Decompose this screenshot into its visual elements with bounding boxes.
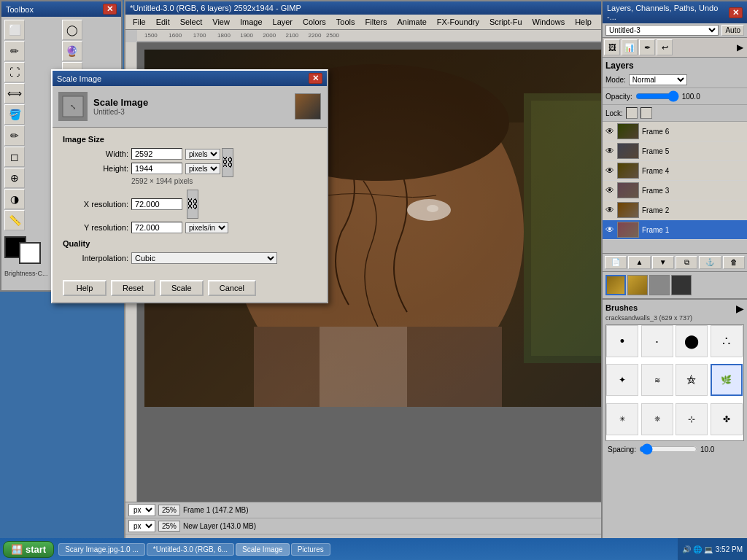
auto-btn[interactable]: Auto	[721, 25, 744, 36]
anchor-layer-btn[interactable]: ⚓	[699, 256, 721, 269]
scale-dialog-heading: Scale Image	[93, 97, 148, 108]
menu-item-windows[interactable]: Windows	[528, 16, 570, 28]
x-res-input[interactable]	[131, 198, 182, 210]
menu-item-layer[interactable]: Layer	[268, 16, 298, 28]
brushes-menu-btn[interactable]: ▶	[736, 303, 744, 314]
layer-item-frame-2[interactable]: 👁 Frame 2	[603, 201, 747, 220]
raise-layer-btn[interactable]: ▲	[628, 256, 650, 269]
brush-item-5[interactable]: ✦	[606, 364, 638, 396]
menu-item-select[interactable]: Select	[176, 16, 207, 28]
layer-item-frame-6[interactable]: 👁 Frame 6	[603, 122, 747, 141]
brush-item-3[interactable]: ⬤	[676, 325, 708, 357]
brush-item-10[interactable]: ❈	[641, 403, 673, 435]
tool-measure[interactable]: 📏	[4, 210, 25, 230]
tool-rect-select[interactable]: ⬜	[4, 20, 25, 40]
mode-select[interactable]: Normal	[629, 74, 687, 85]
spacing-slider[interactable]	[639, 443, 697, 455]
background-color[interactable]	[19, 242, 41, 264]
tool-clone[interactable]: ⊕	[4, 168, 25, 188]
tool-fuzzy-select[interactable]: 🔮	[62, 41, 82, 61]
menu-item-script-fu[interactable]: Script-Fu	[485, 16, 527, 28]
brush-item-2[interactable]: ·	[641, 325, 673, 357]
brush-item-4[interactable]: ∴	[711, 325, 743, 357]
layer-visibility-3[interactable]: 👁	[605, 185, 614, 195]
menu-item-help[interactable]: Help	[570, 16, 596, 28]
tool-dodge[interactable]: ◑	[4, 189, 25, 209]
tool-lasso[interactable]: ✏	[4, 41, 25, 61]
menu-item-file[interactable]: File	[128, 16, 150, 28]
help-button[interactable]: Help	[63, 280, 107, 296]
taskbar-item-1[interactable]: *Untitled-3.0 (RGB, 6...	[147, 543, 234, 556]
brush-item-7[interactable]: ⛤	[676, 364, 708, 396]
menu-item-filters[interactable]: Filters	[361, 16, 392, 28]
scale-dialog-close[interactable]: ✕	[309, 73, 322, 84]
layer-visibility-0[interactable]: 👁	[605, 126, 614, 136]
height-unit-select[interactable]: pixels	[185, 163, 220, 174]
tab-layers-icon[interactable]: 🖼	[604, 39, 620, 55]
menu-item-fx-foundry[interactable]: FX-Foundry	[433, 16, 484, 28]
width-input[interactable]	[131, 148, 182, 160]
y-res-input[interactable]	[131, 222, 182, 233]
width-unit-select[interactable]: pixels	[185, 149, 220, 160]
pattern-swatch-4[interactable]	[671, 275, 692, 295]
brush-item-6[interactable]: ≋	[641, 364, 673, 396]
menu-item-edit[interactable]: Edit	[152, 16, 174, 28]
unit-select-1[interactable]: px	[128, 504, 155, 516]
chain-link[interactable]: ⛓	[222, 148, 233, 177]
menu-item-tools[interactable]: Tools	[332, 16, 360, 28]
layer-visibility-2[interactable]: 👁	[605, 166, 614, 176]
taskbar-item-0[interactable]: Scary Image.jpg-1.0 ...	[58, 543, 145, 556]
cancel-button[interactable]: Cancel	[208, 280, 256, 296]
scale-button[interactable]: Scale	[160, 280, 204, 296]
panel-menu-btn[interactable]: ▶	[734, 39, 746, 55]
layer-item-frame-5[interactable]: 👁 Frame 5	[603, 141, 747, 161]
tool-crop[interactable]: ⛶	[4, 62, 25, 82]
layer-item-frame-4[interactable]: 👁 Frame 4	[603, 161, 747, 181]
tool-bucket-fill[interactable]: 🪣	[4, 104, 25, 125]
tool-eraser[interactable]: ◻	[4, 147, 25, 167]
lower-layer-btn[interactable]: ▼	[652, 256, 674, 269]
image-select[interactable]: Untitled-3	[605, 25, 719, 36]
reset-button[interactable]: Reset	[111, 280, 155, 296]
tool-flip[interactable]: ⟺	[4, 83, 25, 104]
lock-paint-btn[interactable]	[640, 107, 652, 119]
start-button[interactable]: 🪟 start	[3, 541, 54, 558]
tab-paths-icon[interactable]: ✒	[639, 39, 655, 55]
tab-channels-icon[interactable]: 📊	[622, 39, 638, 55]
menu-item-animate[interactable]: Animate	[392, 16, 430, 28]
pattern-swatch-2[interactable]	[627, 275, 648, 295]
opacity-slider[interactable]	[635, 90, 679, 102]
tool-ellipse-select[interactable]: ◯	[62, 20, 82, 40]
pattern-swatch-1[interactable]	[605, 275, 626, 295]
res-unit-select[interactable]: pixels/in	[185, 222, 228, 233]
new-layer-btn[interactable]: 📄	[605, 256, 627, 269]
res-chain-link[interactable]: ⛓	[187, 190, 198, 219]
interp-select[interactable]: Cubic Linear None	[131, 252, 277, 264]
menu-item-view[interactable]: View	[208, 16, 234, 28]
brush-item-11[interactable]: ⊹	[676, 403, 708, 435]
brush-item-1[interactable]: •	[606, 325, 638, 357]
menu-item-image[interactable]: Image	[236, 16, 267, 28]
layer-visibility-5[interactable]: 👁	[605, 225, 614, 235]
layer-item-frame-3[interactable]: 👁 Frame 3	[603, 181, 747, 201]
brush-item-12[interactable]: ✤	[711, 403, 743, 435]
layer-item-frame-1[interactable]: 👁 Frame 1	[603, 220, 747, 240]
height-input[interactable]	[131, 163, 182, 174]
brush-item-8[interactable]: 🌿	[711, 364, 743, 396]
unit-select-2[interactable]: px	[128, 520, 155, 532]
layers-close-btn[interactable]: ✕	[729, 7, 743, 18]
taskbar-item-3[interactable]: Pictures	[291, 543, 330, 556]
duplicate-layer-btn[interactable]: ⧉	[676, 256, 697, 269]
layer-thumb-4	[617, 202, 639, 218]
tab-undo-icon[interactable]: ↩	[657, 39, 673, 55]
menu-item-colors[interactable]: Colors	[298, 16, 330, 28]
tool-pencil[interactable]: ✏	[4, 125, 25, 146]
delete-layer-btn[interactable]: 🗑	[723, 256, 745, 269]
pattern-swatch-3[interactable]	[649, 275, 670, 295]
lock-alpha-btn[interactable]	[626, 107, 638, 119]
toolbox-close-btn[interactable]: ✕	[103, 4, 117, 15]
layer-visibility-4[interactable]: 👁	[605, 205, 614, 215]
brush-item-9[interactable]: ✳	[606, 403, 638, 435]
layer-visibility-1[interactable]: 👁	[605, 146, 614, 156]
taskbar-item-2[interactable]: Scale Image	[236, 543, 290, 556]
